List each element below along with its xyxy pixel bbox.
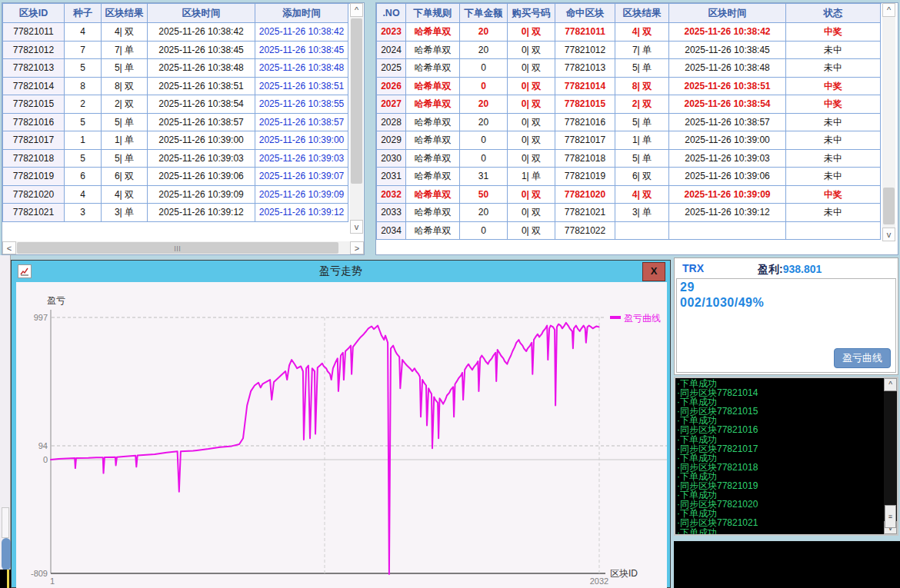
table-cell: 未中 — [786, 131, 881, 150]
scroll-right-icon[interactable]: > — [350, 241, 364, 254]
scroll-up-icon[interactable]: ^ — [884, 378, 897, 391]
table-cell: 2025-11-26 10:39:12 — [669, 204, 786, 222]
table-row[interactable]: 2032哈希单双500| 双778210204| 双2025-11-26 10:… — [377, 186, 882, 204]
table-row[interactable]: 7782101355| 单2025-11-26 10:38:482025-11-… — [3, 59, 350, 78]
profit-curve-button[interactable]: 盈亏曲线 — [834, 348, 891, 368]
table-row[interactable]: 2025哈希单双00| 双778210135| 单2025-11-26 10:3… — [377, 59, 882, 78]
table-row[interactable]: 2033哈希单双200| 双778210213| 单2025-11-26 10:… — [377, 204, 882, 222]
scroll-down-icon[interactable]: v — [882, 228, 895, 241]
table-cell: 77821014 — [3, 78, 65, 96]
table-cell: 2025-11-26 10:39:06 — [669, 168, 786, 186]
table-cell: 77821011 — [3, 23, 65, 42]
table-cell: 7| 单 — [102, 42, 148, 60]
corner-stripe — [7, 570, 9, 588]
column-header[interactable]: 种子 — [65, 4, 102, 23]
column-header[interactable]: 命中区块 — [555, 4, 615, 23]
table-row[interactable]: 7782101855| 单2025-11-26 10:39:032025-11-… — [3, 150, 350, 168]
table-row[interactable]: 2029哈希单双00| 双778210171| 单2025-11-26 10:3… — [377, 131, 882, 150]
scroll-thumb[interactable] — [883, 188, 895, 224]
table-cell: 77821017 — [555, 131, 615, 150]
table-cell: 2025-11-26 10:39:00 — [669, 131, 786, 150]
table-cell: 0| 双 — [508, 204, 555, 222]
scroll-up-icon[interactable]: ^ — [882, 3, 895, 17]
table-cell: 2025-11-26 10:38:42 — [148, 23, 255, 42]
table-cell: 2030 — [377, 150, 406, 168]
table-cell: 未中 — [786, 59, 881, 78]
table-row[interactable]: 7782101966| 双2025-11-26 10:39:062025-11-… — [3, 168, 350, 186]
table-cell: 8 — [65, 78, 102, 96]
table-cell: 中奖 — [786, 78, 881, 96]
column-header[interactable]: 下单规则 — [406, 4, 460, 23]
scroll-thumb[interactable]: ||| — [17, 242, 338, 254]
table-row[interactable]: 2023哈希单双200| 双778210114| 双2025-11-26 10:… — [377, 23, 882, 42]
table-cell: 77821019 — [555, 168, 615, 186]
block-table: 区块ID种子区块结果区块时间添加时间7782101144| 双2025-11-2… — [2, 3, 350, 222]
table-row[interactable]: 7782101655| 单2025-11-26 10:38:572025-11-… — [3, 114, 350, 132]
table-cell: 哈希单双 — [406, 168, 460, 186]
table-cell: 77821015 — [555, 95, 615, 114]
table-cell: 77821018 — [555, 150, 615, 168]
column-header[interactable]: 状态 — [786, 4, 881, 23]
table-cell: 31 — [460, 168, 508, 186]
table-cell: 20 — [460, 204, 508, 222]
table-cell: 77821022 — [555, 222, 615, 241]
app-root: { "colors":{ "accent_magenta":"#E912E9",… — [0, 0, 900, 588]
scroll-down-icon[interactable]: v — [350, 220, 363, 234]
column-header[interactable]: .NO — [377, 4, 406, 23]
order-table: .NO下单规则下单金额购买号码命中区块区块结果区块时间状态2023哈希单双200… — [376, 3, 882, 240]
table-cell: 哈希单双 — [406, 23, 460, 42]
terminal-scrollbar[interactable]: ^ ≡ v — [884, 378, 897, 534]
column-header[interactable]: 区块结果 — [102, 4, 148, 23]
column-header[interactable]: 区块时间 — [669, 4, 786, 23]
table-row[interactable]: 7782101522| 双2025-11-26 10:38:542025-11-… — [3, 95, 350, 114]
table-cell: 4| 双 — [102, 23, 148, 42]
column-header[interactable]: 下单金额 — [460, 4, 508, 23]
table-cell: 2025-11-26 10:39:12 — [148, 204, 255, 222]
window-titlebar[interactable]: 盈亏走势 X — [12, 261, 670, 282]
scroll-thumb[interactable]: ≡ — [885, 505, 896, 528]
background-button-fragment[interactable] — [2, 538, 11, 570]
column-header[interactable]: 购买号码 — [508, 4, 555, 23]
table-row[interactable]: 2027哈希单双200| 双778210152| 双2025-11-26 10:… — [377, 95, 882, 114]
table-row[interactable]: 7782101488| 双2025-11-26 10:38:512025-11-… — [3, 78, 350, 96]
table-cell: 0| 双 — [508, 114, 555, 132]
table-cell: 3| 单 — [102, 204, 148, 222]
column-header[interactable]: 区块时间 — [148, 4, 255, 23]
terminal-line: ·下单成功 — [677, 472, 882, 481]
scroll-thumb[interactable] — [351, 18, 362, 184]
close-button[interactable]: X — [642, 262, 665, 281]
table-row[interactable]: 7782101144| 双2025-11-26 10:38:422025-11-… — [3, 23, 350, 42]
column-header[interactable]: 区块结果 — [615, 4, 669, 23]
table-cell: 未中 — [786, 114, 881, 132]
table-row[interactable]: 7782102133| 单2025-11-26 10:39:122025-11-… — [3, 204, 350, 222]
table-row[interactable]: 7782102044| 双2025-11-26 10:39:092025-11-… — [3, 186, 350, 204]
table-row[interactable]: 2031哈希单双311| 单778210196| 双2025-11-26 10:… — [377, 168, 882, 186]
table-cell: 5 — [65, 114, 102, 132]
table-cell — [669, 222, 786, 241]
table-cell: 哈希单双 — [406, 114, 460, 132]
currency-label: TRX — [682, 262, 704, 274]
table-cell: 2025-11-26 10:39:09 — [148, 186, 255, 204]
table-row[interactable]: 7782101277| 单2025-11-26 10:38:452025-11-… — [3, 42, 350, 60]
terminal-line: ·同步区块77821014 — [677, 388, 882, 397]
block-table-hscrollbar[interactable]: < ||| > — [2, 241, 364, 254]
table-row[interactable]: 7782101711| 单2025-11-26 10:39:002025-11-… — [3, 131, 350, 150]
order-table-panel: .NO下单规则下单金额购买号码命中区块区块结果区块时间状态2023哈希单双200… — [375, 2, 898, 255]
block-table-vscrollbar[interactable]: ^ v — [350, 3, 363, 234]
column-header[interactable]: 区块ID — [3, 4, 65, 23]
column-header[interactable]: 添加时间 — [255, 4, 348, 23]
table-cell: 哈希单双 — [406, 204, 460, 222]
legend-label: 盈亏曲线 — [624, 313, 661, 324]
scroll-up-icon[interactable]: ^ — [350, 3, 363, 17]
terminal-line: ·同步区块77821015 — [677, 407, 882, 416]
table-row[interactable]: 2028哈希单双200| 双778210165| 单2025-11-26 10:… — [377, 114, 882, 132]
table-cell: 20 — [460, 23, 508, 42]
table-row[interactable]: 2026哈希单双00| 双778210148| 双2025-11-26 10:3… — [377, 78, 882, 96]
table-cell: 2025-11-26 10:38:57 — [148, 114, 255, 132]
order-table-vscrollbar[interactable]: ^ v — [882, 3, 895, 241]
table-row[interactable]: 2034哈希单双00| 双77821022 — [377, 222, 882, 241]
table-cell: 77821012 — [555, 42, 615, 60]
table-row[interactable]: 2030哈希单双00| 双778210185| 单2025-11-26 10:3… — [377, 150, 882, 168]
scroll-left-icon[interactable]: < — [2, 241, 16, 254]
table-row[interactable]: 2024哈希单双200| 双778210127| 单2025-11-26 10:… — [377, 42, 882, 60]
